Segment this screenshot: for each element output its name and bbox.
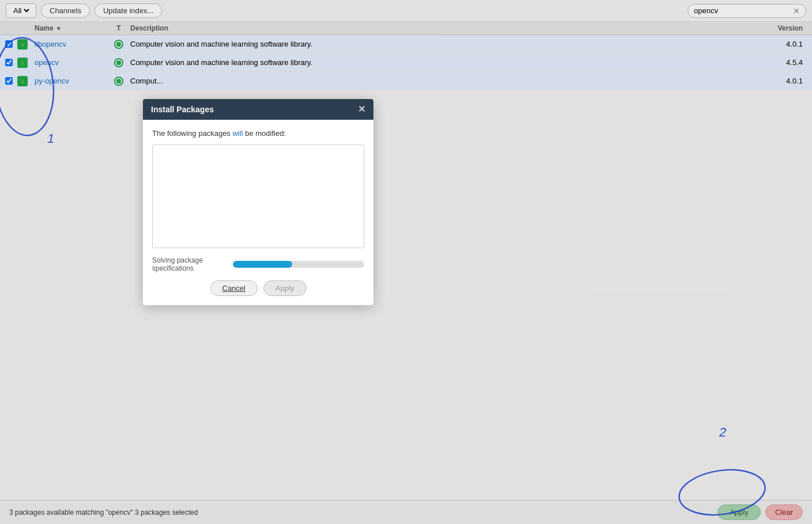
modal-title: Install Packages: [151, 105, 214, 114]
progress-label: Solving package specifications: [152, 256, 227, 272]
install-packages-modal: Install Packages ✕ The following package…: [143, 99, 373, 305]
modal-header: Install Packages ✕: [143, 99, 373, 120]
modal-description: The following packages will be modified:: [152, 129, 364, 138]
progress-section: Solving package specifications: [152, 256, 364, 272]
modal-body: The following packages will be modified:…: [143, 120, 373, 305]
progress-bar-fill: [233, 261, 292, 268]
progress-bar-background: [233, 261, 364, 268]
modal-close-icon[interactable]: ✕: [358, 105, 365, 114]
modal-apply-button[interactable]: Apply: [263, 280, 307, 296]
modal-overlay: Install Packages ✕ The following package…: [0, 0, 812, 524]
cancel-button[interactable]: Cancel: [210, 280, 258, 296]
modal-packages-list: [152, 145, 364, 248]
modal-actions: Cancel Apply: [152, 280, 364, 296]
